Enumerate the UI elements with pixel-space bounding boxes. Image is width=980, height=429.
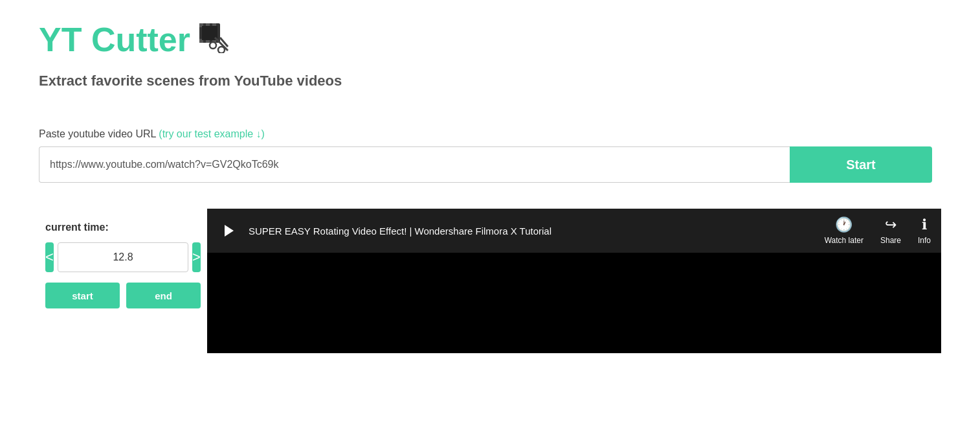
info-icon: ℹ bbox=[922, 216, 927, 233]
url-input-row: Start bbox=[39, 146, 932, 183]
watch-later-label: Watch later bbox=[825, 236, 863, 245]
page-subtitle: Extract favorite scenes from YouTube vid… bbox=[39, 73, 941, 89]
test-example-link[interactable]: (try our test example ↓) bbox=[159, 128, 265, 139]
next-time-button[interactable]: > bbox=[192, 242, 201, 272]
url-label-text: Paste youtube video URL bbox=[39, 128, 156, 139]
start-button[interactable]: Start bbox=[790, 146, 932, 183]
video-title-row: SUPER EASY Rotating Video Effect! | Wond… bbox=[217, 219, 825, 242]
share-action[interactable]: ↪ Share bbox=[880, 216, 901, 245]
bottom-section: current time: < > start end SUPER EASY R… bbox=[39, 209, 941, 353]
url-input[interactable] bbox=[39, 146, 790, 183]
time-value-input[interactable] bbox=[58, 242, 188, 272]
url-section: Paste youtube video URL (try our test ex… bbox=[39, 128, 941, 183]
video-black-area bbox=[207, 253, 941, 353]
page-container: YT Cutter Extract favorite scenes from Y… bbox=[0, 0, 980, 373]
url-label: Paste youtube video URL (try our test ex… bbox=[39, 128, 941, 140]
logo-title: YT Cutter bbox=[39, 20, 190, 59]
video-top-bar: SUPER EASY Rotating Video Effect! | Wond… bbox=[207, 209, 941, 253]
controls-panel: current time: < > start end bbox=[39, 209, 207, 321]
end-clip-button[interactable]: end bbox=[126, 283, 201, 308]
video-actions: 🕐 Watch later ↪ Share ℹ Info bbox=[825, 216, 931, 245]
info-action[interactable]: ℹ Info bbox=[918, 216, 931, 245]
svg-point-11 bbox=[218, 47, 225, 53]
watch-later-action[interactable]: 🕐 Watch later bbox=[825, 216, 863, 245]
svg-point-10 bbox=[210, 42, 216, 49]
share-label: Share bbox=[880, 236, 901, 245]
prev-time-button[interactable]: < bbox=[45, 242, 54, 272]
clip-buttons: start end bbox=[45, 283, 201, 308]
watch-later-icon: 🕐 bbox=[835, 216, 852, 233]
play-button[interactable] bbox=[217, 219, 241, 242]
video-panel: SUPER EASY Rotating Video Effect! | Wond… bbox=[207, 209, 941, 353]
start-clip-button[interactable]: start bbox=[45, 283, 120, 308]
info-label: Info bbox=[918, 236, 931, 245]
share-icon: ↪ bbox=[885, 216, 896, 233]
time-stepper: < > bbox=[45, 242, 201, 272]
current-time-label: current time: bbox=[45, 222, 201, 233]
video-title: SUPER EASY Rotating Video Effect! | Wond… bbox=[249, 226, 551, 237]
film-scissors-icon bbox=[197, 19, 230, 60]
play-triangle-icon bbox=[225, 225, 234, 237]
header: YT Cutter bbox=[39, 19, 941, 60]
